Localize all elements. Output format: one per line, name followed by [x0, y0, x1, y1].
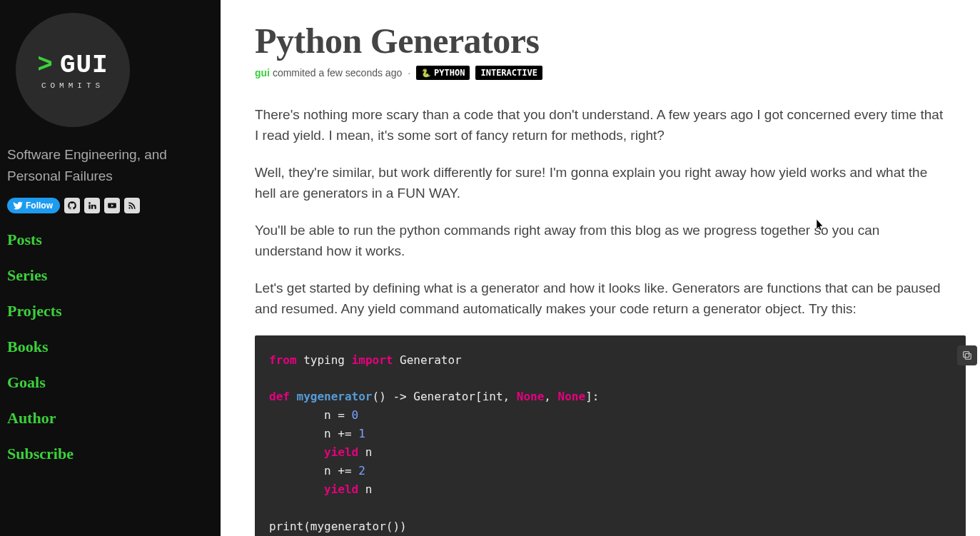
- twitter-follow-button[interactable]: Follow: [7, 198, 60, 213]
- logo-subtext: COMMITS: [41, 81, 104, 90]
- commit-time: commited a few seconds ago: [273, 67, 402, 79]
- article-main: Python Generators gui commited a few sec…: [221, 0, 980, 536]
- social-links: Follow: [7, 198, 213, 213]
- youtube-link[interactable]: [104, 198, 120, 213]
- nav-projects[interactable]: Projects: [7, 302, 213, 320]
- sidebar-nav: Posts Series Projects Books Goals Author…: [7, 231, 213, 463]
- rss-icon: [127, 201, 137, 211]
- article-paragraph: Let's get started by defining what is a …: [255, 278, 947, 320]
- copy-icon: [961, 350, 973, 361]
- article-author[interactable]: gui: [255, 67, 270, 79]
- nav-books[interactable]: Books: [7, 338, 213, 356]
- article-paragraph: There's nothing more scary than a code t…: [255, 104, 947, 146]
- site-tagline: Software Engineering, and Personal Failu…: [7, 144, 213, 188]
- tag-interactive[interactable]: INTERACTIVE: [475, 66, 542, 80]
- twitter-icon: [13, 201, 23, 211]
- nav-posts[interactable]: Posts: [7, 231, 213, 249]
- nav-goals[interactable]: Goals: [7, 373, 213, 392]
- copy-code-button[interactable]: [957, 345, 977, 365]
- nav-subscribe[interactable]: Subscribe: [7, 445, 213, 463]
- nav-series[interactable]: Series: [7, 266, 213, 285]
- sidebar: > GUI COMMITS Software Engineering, and …: [0, 0, 221, 536]
- tag-python[interactable]: 🐍 PYTHON: [416, 66, 470, 80]
- code-block[interactable]: from typing import Generator def mygener…: [255, 335, 966, 537]
- nav-author[interactable]: Author: [7, 409, 213, 428]
- github-link[interactable]: [64, 198, 80, 213]
- youtube-icon: [107, 201, 117, 211]
- svg-rect-1: [964, 351, 969, 357]
- python-icon: 🐍: [421, 69, 431, 78]
- article-paragraph: Well, they're similar, but work differen…: [255, 162, 947, 204]
- site-logo[interactable]: > GUI COMMITS: [16, 13, 130, 127]
- logo-brand: GUI: [60, 51, 108, 80]
- github-icon: [67, 201, 77, 211]
- svg-rect-0: [965, 353, 971, 359]
- meta-separator: ·: [408, 67, 410, 79]
- linkedin-link[interactable]: [84, 198, 100, 213]
- follow-label: Follow: [26, 201, 53, 211]
- linkedin-icon: [87, 201, 97, 211]
- article-meta: gui commited a few seconds ago · 🐍 PYTHO…: [255, 66, 966, 80]
- prompt-icon: >: [37, 51, 53, 80]
- article-paragraph: You'll be able to run the python command…: [255, 220, 947, 262]
- rss-link[interactable]: [124, 198, 140, 213]
- article-title: Python Generators: [255, 20, 966, 61]
- code-content: from typing import Generator def mygener…: [269, 353, 599, 533]
